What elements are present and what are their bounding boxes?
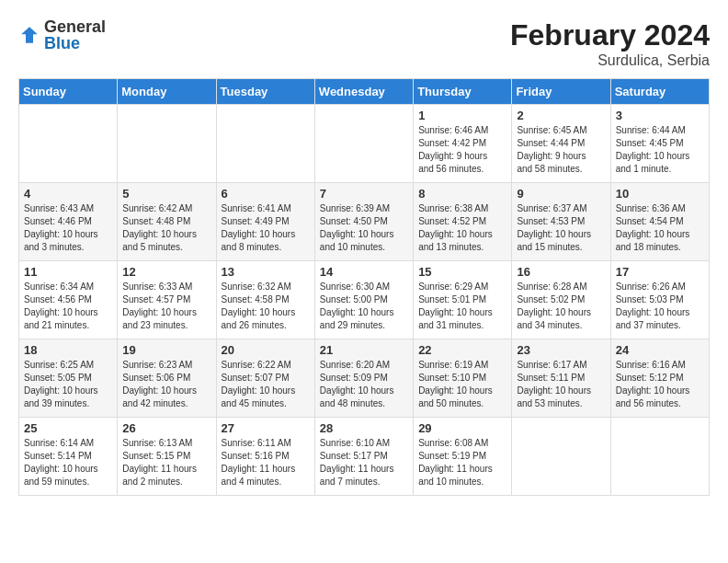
day-info: Sunrise: 6:14 AMSunset: 5:14 PMDaylight:… [24,437,112,488]
calendar-table: SundayMondayTuesdayWednesdayThursdayFrid… [18,78,710,496]
calendar-cell: 19Sunrise: 6:23 AMSunset: 5:06 PMDayligh… [118,339,216,418]
day-number: 7 [320,187,408,201]
calendar-cell: 13Sunrise: 6:32 AMSunset: 4:58 PMDayligh… [216,261,314,339]
day-number: 13 [222,265,310,279]
day-number: 6 [222,187,310,201]
calendar-cell: 8Sunrise: 6:38 AMSunset: 4:52 PMDaylight… [414,183,512,261]
calendar-cell [216,105,314,183]
day-number: 12 [122,265,210,279]
calendar-cell: 5Sunrise: 6:42 AMSunset: 4:48 PMDaylight… [118,183,216,261]
calendar-cell: 25Sunrise: 6:14 AMSunset: 5:14 PMDayligh… [19,418,118,496]
calendar-cell [19,105,118,183]
day-info: Sunrise: 6:10 AMSunset: 5:17 PMDaylight:… [320,437,408,488]
day-info: Sunrise: 6:29 AMSunset: 5:01 PMDaylight:… [418,281,506,332]
calendar-cell: 16Sunrise: 6:28 AMSunset: 5:02 PMDayligh… [512,261,610,339]
day-info: Sunrise: 6:30 AMSunset: 5:00 PMDaylight:… [320,281,408,332]
day-number: 10 [616,187,704,201]
calendar-cell: 24Sunrise: 6:16 AMSunset: 5:12 PMDayligh… [610,339,709,418]
header-day: Monday [118,79,216,105]
day-number: 8 [418,187,506,201]
day-info: Sunrise: 6:38 AMSunset: 4:52 PMDaylight:… [418,202,506,254]
day-number: 17 [616,265,704,279]
day-number: 5 [122,187,210,201]
calendar-cell: 3Sunrise: 6:44 AMSunset: 4:45 PMDaylight… [610,105,709,183]
calendar-cell: 2Sunrise: 6:45 AMSunset: 4:44 PMDaylight… [512,105,610,183]
logo-general: General [44,18,106,35]
day-info: Sunrise: 6:26 AMSunset: 5:03 PMDaylight:… [616,281,704,332]
calendar-header: SundayMondayTuesdayWednesdayThursdayFrid… [19,79,710,105]
day-number: 18 [24,343,112,357]
day-info: Sunrise: 6:43 AMSunset: 4:46 PMDaylight:… [24,202,112,254]
header-day: Sunday [19,79,118,105]
calendar-week-row: 18Sunrise: 6:25 AMSunset: 5:05 PMDayligh… [19,339,710,418]
header-day: Tuesday [216,79,314,105]
day-info: Sunrise: 6:16 AMSunset: 5:12 PMDaylight:… [616,359,704,410]
calendar-week-row: 4Sunrise: 6:43 AMSunset: 4:46 PMDaylight… [19,183,710,261]
calendar-cell: 4Sunrise: 6:43 AMSunset: 4:46 PMDaylight… [19,183,118,261]
day-info: Sunrise: 6:25 AMSunset: 5:05 PMDaylight:… [24,359,112,410]
calendar-cell: 26Sunrise: 6:13 AMSunset: 5:15 PMDayligh… [118,418,216,496]
calendar-cell: 23Sunrise: 6:17 AMSunset: 5:11 PMDayligh… [512,339,610,418]
header-day: Thursday [414,79,512,105]
calendar-cell: 29Sunrise: 6:08 AMSunset: 5:19 PMDayligh… [414,418,512,496]
day-number: 29 [418,421,506,435]
title-block: February 2024 Surdulica, Serbia [510,18,710,69]
calendar-week-row: 25Sunrise: 6:14 AMSunset: 5:14 PMDayligh… [19,418,710,496]
day-number: 22 [418,343,506,357]
logo: General Blue [18,18,106,52]
header-day: Saturday [610,79,709,105]
day-number: 9 [517,187,605,201]
calendar-cell [314,105,413,183]
logo-icon [18,24,40,46]
day-info: Sunrise: 6:08 AMSunset: 5:19 PMDaylight:… [418,437,506,488]
calendar-cell [512,418,610,496]
calendar-cell: 27Sunrise: 6:11 AMSunset: 5:16 PMDayligh… [216,418,314,496]
day-info: Sunrise: 6:37 AMSunset: 4:53 PMDaylight:… [517,202,605,254]
day-number: 1 [418,109,506,122]
day-number: 15 [418,265,506,279]
calendar-cell: 7Sunrise: 6:39 AMSunset: 4:50 PMDaylight… [314,183,413,261]
day-info: Sunrise: 6:19 AMSunset: 5:10 PMDaylight:… [418,359,506,410]
calendar-cell: 17Sunrise: 6:26 AMSunset: 5:03 PMDayligh… [610,261,709,339]
day-number: 25 [24,421,112,435]
day-number: 28 [320,421,408,435]
logo-text: General Blue [44,18,106,52]
calendar-cell: 1Sunrise: 6:46 AMSunset: 4:42 PMDaylight… [414,105,512,183]
day-number: 24 [616,343,704,357]
day-info: Sunrise: 6:33 AMSunset: 4:57 PMDaylight:… [122,281,210,332]
day-info: Sunrise: 6:28 AMSunset: 5:02 PMDaylight:… [517,281,605,332]
day-info: Sunrise: 6:41 AMSunset: 4:49 PMDaylight:… [222,202,310,254]
day-number: 3 [616,109,704,122]
page-header: General Blue February 2024 Surdulica, Se… [18,18,710,69]
calendar-cell: 12Sunrise: 6:33 AMSunset: 4:57 PMDayligh… [118,261,216,339]
day-number: 26 [122,421,210,435]
calendar-body: 1Sunrise: 6:46 AMSunset: 4:42 PMDaylight… [19,105,710,496]
calendar-cell: 11Sunrise: 6:34 AMSunset: 4:56 PMDayligh… [19,261,118,339]
day-info: Sunrise: 6:39 AMSunset: 4:50 PMDaylight:… [320,202,408,254]
header-day: Friday [512,79,610,105]
day-number: 19 [122,343,210,357]
day-number: 27 [222,421,310,435]
calendar-cell: 22Sunrise: 6:19 AMSunset: 5:10 PMDayligh… [414,339,512,418]
calendar-cell: 21Sunrise: 6:20 AMSunset: 5:09 PMDayligh… [314,339,413,418]
day-info: Sunrise: 6:42 AMSunset: 4:48 PMDaylight:… [122,202,210,254]
day-info: Sunrise: 6:13 AMSunset: 5:15 PMDaylight:… [122,437,210,488]
day-number: 14 [320,265,408,279]
logo-blue: Blue [44,35,106,52]
day-number: 2 [517,109,605,122]
calendar-cell [610,418,709,496]
day-info: Sunrise: 6:44 AMSunset: 4:45 PMDaylight:… [616,124,704,176]
day-info: Sunrise: 6:11 AMSunset: 5:16 PMDaylight:… [222,437,310,488]
calendar-cell: 28Sunrise: 6:10 AMSunset: 5:17 PMDayligh… [314,418,413,496]
calendar-week-row: 1Sunrise: 6:46 AMSunset: 4:42 PMDaylight… [19,105,710,183]
day-number: 23 [517,343,605,357]
calendar-cell: 6Sunrise: 6:41 AMSunset: 4:49 PMDaylight… [216,183,314,261]
day-info: Sunrise: 6:22 AMSunset: 5:07 PMDaylight:… [222,359,310,410]
day-info: Sunrise: 6:17 AMSunset: 5:11 PMDaylight:… [517,359,605,410]
day-number: 20 [222,343,310,357]
calendar-cell [118,105,216,183]
header-row: SundayMondayTuesdayWednesdayThursdayFrid… [19,79,710,105]
day-info: Sunrise: 6:23 AMSunset: 5:06 PMDaylight:… [122,359,210,410]
day-info: Sunrise: 6:20 AMSunset: 5:09 PMDaylight:… [320,359,408,410]
calendar-title: February 2024 [510,18,710,52]
